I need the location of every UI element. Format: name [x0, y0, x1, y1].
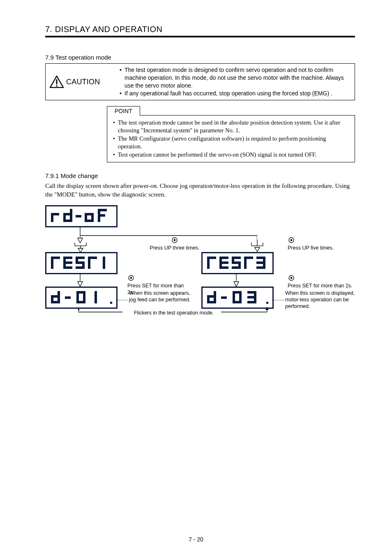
seg-display-rd-of	[45, 205, 118, 227]
mode-change-diagram: Press UP three times. Press UP five time…	[45, 205, 355, 337]
svg-rect-98	[266, 302, 268, 304]
svg-marker-102	[78, 307, 80, 310]
svg-point-22	[174, 239, 176, 241]
point-box: POINT • The test operation mode cannot b…	[107, 106, 355, 163]
svg-rect-15	[98, 209, 107, 211]
svg-rect-56	[232, 257, 234, 262]
caution-bullet-2: If any operational fault has occurred, s…	[125, 90, 332, 97]
point-bullet-3: Test operation cannot be performed if th…	[118, 151, 316, 159]
bullet-icon: •	[120, 66, 125, 90]
svg-rect-54	[219, 257, 222, 269]
svg-rect-84	[110, 302, 112, 304]
dashed-leader-left	[116, 296, 128, 302]
caution-box: CAUTION • The test operation mode is des…	[45, 63, 355, 100]
page-number: 7 - 20	[0, 536, 392, 543]
set-button-icon	[127, 275, 135, 282]
arrow-down-merge-icon	[74, 240, 87, 252]
set-button-icon	[288, 275, 295, 282]
svg-rect-59	[232, 266, 241, 269]
section-heading-79: 7.9 Test operation mode	[45, 54, 355, 61]
section-heading-791: 7.9.1 Mode change	[45, 172, 355, 179]
svg-rect-3	[51, 213, 53, 222]
svg-rect-42	[76, 257, 78, 262]
up-button-icon	[171, 237, 178, 245]
caution-label: CAUTION	[66, 77, 100, 87]
svg-rect-13	[91, 213, 94, 222]
page-title: 7. DISPLAY AND OPERATION	[45, 25, 355, 37]
section-791-paragraph: Call the display screen shown after powe…	[45, 182, 355, 199]
svg-rect-48	[103, 257, 105, 269]
seg-display-d03	[201, 287, 274, 309]
svg-rect-97	[247, 301, 256, 303]
press-set-right-label: Press SET for more than 2s.	[288, 275, 362, 289]
svg-rect-16	[98, 214, 105, 217]
point-bullet-1: The test operation mode cannot be used i…	[118, 119, 349, 135]
svg-rect-81	[76, 291, 79, 303]
press-up-5-label: Press UP five times.	[288, 237, 345, 252]
svg-rect-36	[51, 257, 53, 269]
svg-rect-61	[244, 257, 247, 269]
bullet-icon: •	[120, 90, 125, 97]
svg-rect-82	[83, 291, 85, 303]
seg-display-d01	[45, 287, 118, 309]
svg-marker-27	[255, 247, 260, 252]
point-label: POINT	[107, 106, 140, 116]
diagram-note-right: When this screen is displayed, motor-les…	[285, 290, 363, 310]
svg-point-29	[291, 239, 293, 241]
bullet-icon: •	[113, 119, 118, 135]
svg-marker-69	[234, 282, 239, 287]
svg-rect-77	[51, 295, 60, 298]
diagram-note-left: When this screen appears, jog feed can b…	[129, 290, 191, 303]
flicker-label: Flickers in the test operation mode.	[127, 310, 221, 316]
point-bullet-2: The MR Configurator (servo configuration…	[118, 135, 349, 151]
svg-rect-83	[95, 291, 97, 303]
arrow-down-icon	[233, 273, 240, 287]
svg-rect-93	[239, 291, 242, 303]
svg-rect-9	[76, 215, 81, 217]
caution-text-area: • The test operation mode is designed to…	[120, 66, 350, 97]
svg-rect-88	[207, 295, 216, 298]
svg-rect-45	[76, 266, 85, 269]
svg-point-2	[56, 85, 58, 87]
dashed-leader-right	[272, 296, 284, 302]
bullet-icon: •	[113, 151, 118, 159]
svg-rect-50	[207, 257, 210, 269]
svg-rect-78	[65, 296, 71, 299]
press-up-3-label: Press UP three times.	[148, 237, 201, 252]
svg-rect-40	[63, 257, 66, 269]
bullet-icon: •	[113, 135, 118, 151]
svg-rect-8	[63, 213, 72, 215]
svg-rect-65	[256, 266, 265, 269]
arrow-down-icon	[76, 273, 84, 287]
caution-bullet-1: The test operation mode is designed to c…	[125, 66, 350, 90]
up-button-icon	[288, 237, 295, 245]
svg-marker-106	[265, 307, 269, 310]
caution-left: CAUTION	[50, 76, 120, 88]
svg-rect-64	[256, 261, 265, 264]
seg-display-test1	[45, 252, 118, 274]
arrow-down-branch-icon	[251, 240, 264, 252]
warning-triangle-icon	[50, 76, 64, 88]
svg-point-71	[130, 277, 132, 279]
svg-rect-96	[247, 296, 256, 298]
svg-rect-4	[53, 213, 59, 215]
seg-display-test3	[201, 252, 274, 274]
svg-marker-67	[78, 282, 83, 287]
svg-rect-89	[221, 296, 227, 299]
svg-rect-47	[88, 257, 90, 269]
svg-rect-92	[233, 291, 235, 303]
svg-point-73	[291, 277, 293, 279]
